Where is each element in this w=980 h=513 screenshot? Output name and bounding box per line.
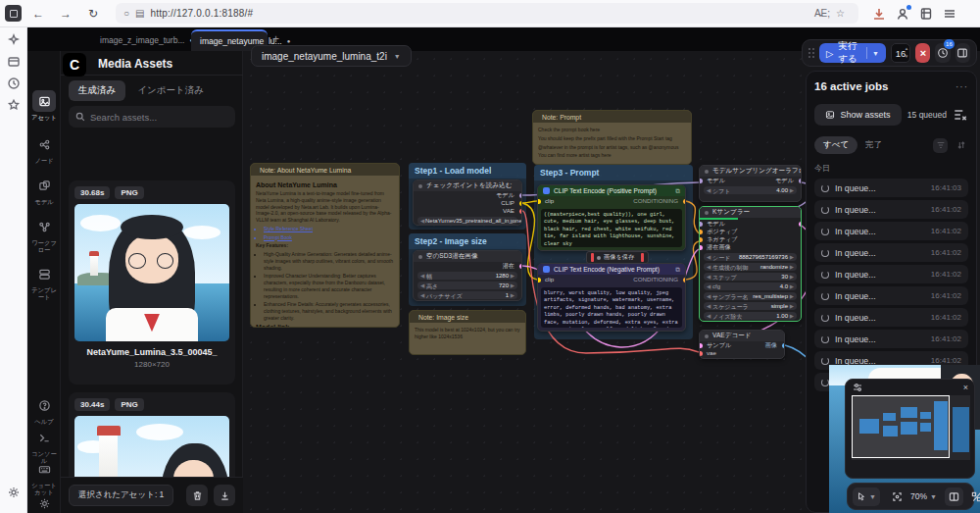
bookmark-star-icon[interactable]: ☆: [836, 8, 845, 19]
run-button[interactable]: ▷ 実行する ▼: [819, 43, 886, 63]
filter-done-chip[interactable]: 完了: [865, 139, 882, 151]
input-negative[interactable]: ネガティブ: [707, 235, 738, 243]
note-about-node[interactable]: Note: About NetaYume Lumina About NetaYu…: [250, 163, 400, 328]
page-info-icon[interactable]: ▤: [135, 8, 144, 19]
search-input[interactable]: [90, 112, 228, 123]
account-icon[interactable]: [896, 7, 909, 21]
tabs-overview-icon[interactable]: [7, 55, 21, 69]
reload-button[interactable]: ↻: [82, 7, 104, 21]
ckpt-name-widget[interactable]: ◀NetaYumev35_pretrained_all_in_one.sa...…: [417, 217, 517, 226]
output-image[interactable]: 画像: [765, 341, 777, 349]
clip-pin-icon[interactable]: [537, 199, 541, 204]
collapse-dot-icon[interactable]: [597, 256, 601, 260]
url-text[interactable]: http://127.0.0.1:8188/#: [151, 8, 814, 19]
back-button[interactable]: ←: [27, 7, 49, 21]
empty-latent-node[interactable]: 空のSD3潜在画像 潜在 ◀ 幅1280▶ ◀ 高さ720▶ ◀ バッチサイズ1…: [413, 250, 522, 301]
jobs-menu-button[interactable]: ···: [956, 81, 968, 92]
input-vae[interactable]: vae: [707, 349, 716, 357]
steps-widget[interactable]: ◀ ステップ30▶: [704, 273, 797, 282]
conditioning-pin-icon[interactable]: [683, 199, 687, 204]
note-link[interactable]: Prompt Book: [264, 234, 394, 241]
note-prompt-node[interactable]: Note: Prompt Check the prompt book here …: [532, 110, 692, 165]
zoom-level-dropdown[interactable]: 70% ▼: [910, 491, 937, 501]
cfg-widget[interactable]: ◀ cfg4.0▶: [704, 282, 797, 291]
browser-window-icon[interactable]: [5, 5, 22, 22]
sidebar-item-settings[interactable]: 設定: [27, 492, 61, 513]
input-clip[interactable]: clip: [545, 275, 554, 284]
job-row[interactable]: In queue...16:41:02: [814, 222, 968, 240]
input-samples[interactable]: サンプル: [707, 341, 731, 349]
sidebar-settings-gear-icon[interactable]: [7, 486, 21, 499]
vae-pin-icon[interactable]: [519, 209, 523, 214]
height-widget[interactable]: ◀ 高さ720▶: [417, 282, 517, 290]
input-latent-image[interactable]: 潜在画像: [707, 243, 731, 251]
tab-imported[interactable]: インポート済み: [137, 84, 204, 97]
model-pin-icon[interactable]: [519, 193, 523, 198]
latent-pin-icon[interactable]: [519, 264, 523, 269]
positive-prompt-textarea[interactable]: ((masterpiece,best quality)), one girl, …: [541, 209, 682, 247]
output-model[interactable]: モデル: [496, 191, 514, 199]
expand-icon[interactable]: ⧉: [675, 187, 680, 195]
model-pin-icon[interactable]: [699, 179, 703, 183]
scheduler-widget[interactable]: ◀ スケジューラsimple▶: [704, 302, 797, 311]
toggle-sidepanel-button[interactable]: [956, 43, 970, 63]
model-sampling-auraflow-node[interactable]: モデルサンプリングオーラフロー モデル モデル ◀ シフト4.00▶: [699, 165, 802, 202]
output-clip[interactable]: CLIP: [501, 199, 514, 207]
downloads-icon[interactable]: [872, 7, 886, 21]
shift-widget[interactable]: ◀ シフト4.00▶: [704, 186, 797, 195]
negative-prompt-textarea[interactable]: blurry, worst quality, low quality, jpeg…: [541, 287, 682, 328]
job-row[interactable]: In queue...16:41:03: [814, 179, 968, 197]
minimap-canvas[interactable]: [852, 395, 970, 460]
download-asset-button[interactable]: [214, 485, 235, 506]
collapse-dot-icon[interactable]: [705, 170, 709, 174]
load-checkpoint-node[interactable]: チェックポイントを読み込む モデル CLIP VAE ◀NetaYumev35_…: [413, 180, 522, 226]
job-row[interactable]: In queue...16:41:02: [814, 243, 968, 262]
job-row[interactable]: In queue...16:41:02: [814, 308, 968, 327]
asset-thumbnail-1[interactable]: [74, 204, 229, 341]
filter-all-chip[interactable]: すべて: [814, 136, 858, 154]
input-clip[interactable]: clip: [545, 196, 554, 206]
model-pin-icon[interactable]: [799, 179, 803, 183]
collapse-dot-icon[interactable]: [705, 334, 709, 338]
output-model[interactable]: モデル: [775, 177, 794, 184]
sidebar-item-models[interactable]: モデル: [27, 175, 61, 205]
output-latent[interactable]: 潜在: [503, 262, 514, 270]
cancel-run-button[interactable]: ×: [915, 43, 930, 63]
comfyui-logo[interactable]: C: [63, 53, 86, 77]
collapse-dot-icon[interactable]: [418, 255, 422, 259]
sidebar-tools-icon[interactable]: [7, 33, 21, 47]
collapse-dot-icon[interactable]: [705, 211, 709, 215]
latent-pin-icon[interactable]: [699, 343, 703, 348]
minimap-panel[interactable]: ×: [845, 379, 975, 479]
job-row[interactable]: In queue...16:41:02: [814, 200, 968, 219]
job-row[interactable]: In queue...16:41:02: [814, 286, 968, 305]
ksampler-node[interactable]: Kサンプラー モデル ポジティブ ネガティブ 潜在画像 ◀ シード8882796…: [699, 206, 802, 322]
tab-generated[interactable]: 生成済み: [69, 80, 125, 101]
queue-history-button[interactable]: 16: [935, 43, 950, 63]
job-row[interactable]: In queue...16:41:02: [814, 330, 968, 348]
sampler-name-widget[interactable]: ◀ サンプラー名res_multistep▶: [704, 292, 797, 301]
control-after-generate-widget[interactable]: ◀ 生成後の制御randomize▶: [704, 263, 797, 272]
job-row[interactable]: In queue...16:41:02: [814, 265, 968, 283]
clip-negative-node[interactable]: CLIP Text Encode (Negative Prompt) ⧉ cli…: [537, 263, 686, 332]
url-bar[interactable]: ○ ▤ http://127.0.0.1:8188/# A̵E; ☆: [116, 3, 858, 24]
shield-icon[interactable]: ○: [123, 8, 129, 19]
conditioning-pin-icon[interactable]: [683, 278, 687, 282]
model-pin-icon[interactable]: [699, 222, 703, 227]
input-model[interactable]: モデル: [707, 177, 725, 184]
sidebar-item-workflows[interactable]: ワークフロー: [27, 216, 61, 253]
conditioning-pin-icon[interactable]: [699, 230, 703, 234]
minimap-options-icon[interactable]: [852, 382, 863, 393]
expand-icon[interactable]: ⧉: [675, 266, 680, 274]
new-workflow-tab-button[interactable]: +: [272, 32, 279, 46]
latent-pin-icon[interactable]: [799, 222, 803, 227]
vae-pin-icon[interactable]: [699, 351, 703, 356]
workflow-name-dropdown[interactable]: image_netayume_lumina_t2i ▼: [251, 45, 412, 67]
bookmarks-star-icon[interactable]: [7, 98, 21, 112]
note-image-size-node[interactable]: Note: Image size This model is best at 1…: [409, 310, 526, 355]
output-conditioning[interactable]: CONDITIONING: [633, 275, 678, 284]
sidebar-item-shortcuts[interactable]: ショートカット: [27, 458, 61, 495]
decrement-icon[interactable]: ▼: [905, 53, 908, 61]
minimap-toggle-button[interactable]: [945, 487, 963, 506]
latent-pin-icon[interactable]: [699, 245, 703, 250]
